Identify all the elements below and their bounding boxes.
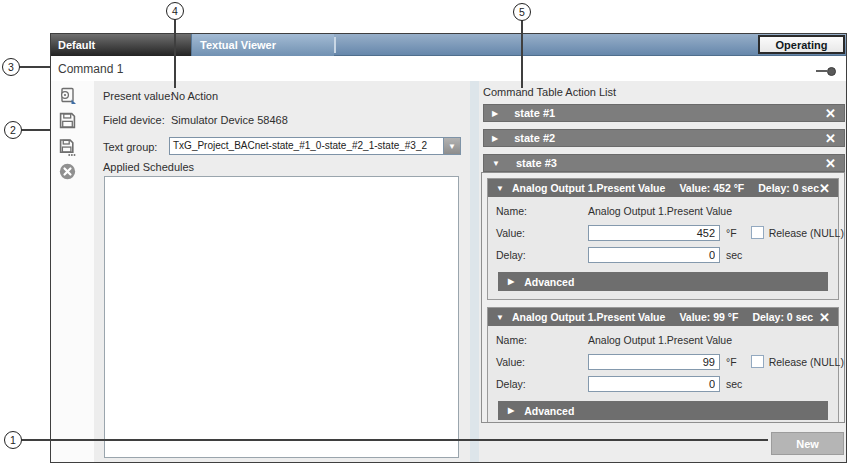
app-window: Default Textual Viewer Operating Command… — [50, 33, 847, 463]
dropdown-arrow-icon[interactable]: ▼ — [443, 138, 460, 154]
present-value: No Action — [171, 90, 218, 102]
delay-label: Delay: — [496, 249, 588, 261]
callout-4: 4 — [166, 2, 184, 20]
panel-divider — [470, 81, 479, 462]
action-header[interactable]: ▼ Analog Output 1.Present Value Value: 4… — [488, 179, 838, 197]
text-group-value: TxG_Project_BACnet-state_#1_0-state_#2_1… — [173, 140, 427, 151]
advanced-toggle[interactable]: ▶ Advanced — [498, 401, 828, 420]
state-3-container: ▼ Analog Output 1.Present Value Value: 4… — [481, 172, 845, 423]
delay-input[interactable] — [588, 376, 720, 392]
advanced-toggle[interactable]: ▶ Advanced — [498, 272, 828, 291]
pin-dot — [827, 67, 836, 76]
tab-textual-viewer[interactable]: Textual Viewer — [191, 34, 334, 56]
delay-row: Delay: sec — [496, 375, 830, 392]
value-label: Value: — [496, 227, 588, 239]
callout-4-line — [174, 19, 176, 88]
applied-schedules-label: Applied Schedules — [103, 161, 194, 173]
state-1-header[interactable]: ▶ state #1 ✕ — [483, 104, 845, 122]
value-unit: °F — [726, 356, 737, 368]
collapse-icon: ▼ — [496, 184, 504, 193]
expand-icon: ▶ — [492, 109, 498, 118]
close-icon[interactable]: ✕ — [819, 182, 830, 195]
command-header: Command 1 — [51, 56, 846, 81]
expand-icon: ▶ — [508, 277, 514, 286]
delay-label: Delay: — [496, 378, 588, 390]
release-label: Release (NULL) — [769, 356, 844, 368]
value-label: Value: — [496, 356, 588, 368]
tab-bar: Default Textual Viewer Operating — [51, 34, 846, 56]
value-input[interactable] — [588, 354, 720, 370]
delay-unit: sec — [726, 249, 742, 261]
release-checkbox[interactable] — [751, 226, 764, 239]
page-title: Command 1 — [58, 62, 123, 76]
field-device-label: Field device: — [103, 114, 165, 126]
release-checkbox[interactable] — [751, 355, 764, 368]
delay-row: Delay: sec — [496, 246, 830, 263]
value-unit: °F — [726, 227, 737, 239]
value-row: Value: °F Release (NULL) — [496, 224, 830, 241]
delete-icon[interactable] — [59, 163, 77, 181]
save-icon[interactable] — [59, 112, 77, 130]
callout-5: 5 — [513, 3, 531, 21]
callout-2-line — [21, 129, 50, 131]
action-header[interactable]: ▼ Analog Output 1.Present Value Value: 9… — [488, 308, 838, 326]
close-icon[interactable]: ✕ — [825, 157, 836, 170]
screenshot-canvas: Default Textual Viewer Operating Command… — [0, 0, 850, 468]
callout-1-line — [21, 439, 768, 441]
name-label: Name: — [496, 334, 588, 346]
state-3-label: state #3 — [516, 157, 557, 169]
name-row: Name: Analog Output 1.Present Value — [496, 331, 830, 348]
pin-icon[interactable] — [816, 67, 836, 76]
collapse-icon: ▼ — [492, 159, 500, 168]
field-device: Simulator Device 58468 — [171, 114, 288, 126]
expand-icon: ▶ — [492, 134, 498, 143]
callout-3-line — [19, 66, 50, 68]
action-panel: ▼ Analog Output 1.Present Value Value: 4… — [487, 178, 839, 300]
pin-line — [816, 70, 827, 72]
close-icon[interactable]: ✕ — [825, 132, 836, 145]
callout-1: 1 — [4, 431, 22, 449]
present-value-label: Present value: — [103, 90, 173, 102]
close-icon[interactable]: ✕ — [819, 311, 830, 324]
action-title: Analog Output 1.Present Value — [512, 311, 665, 323]
advanced-label: Advanced — [524, 405, 574, 417]
value-input[interactable] — [588, 225, 720, 241]
action-summary-delay: Delay: 0 sec — [758, 182, 819, 194]
operating-mode-button[interactable]: Operating — [758, 35, 845, 54]
action-summary-delay: Delay: 0 sec — [752, 311, 813, 323]
collapse-icon: ▼ — [496, 313, 504, 322]
text-group-label: Text group: — [103, 141, 157, 153]
state-3-header[interactable]: ▼ state #3 ✕ — [483, 154, 845, 172]
action-summary-value: Value: 99 °F — [679, 311, 738, 323]
action-summary-value: Value: 452 °F — [679, 182, 744, 194]
expand-icon: ▶ — [508, 406, 514, 415]
save-as-icon[interactable] — [59, 139, 77, 157]
delay-input[interactable] — [588, 247, 720, 263]
state-2-label: state #2 — [514, 132, 555, 144]
callout-2: 2 — [4, 121, 22, 139]
new-button[interactable]: New — [771, 432, 844, 455]
close-icon[interactable]: ✕ — [825, 107, 836, 120]
release-label: Release (NULL) — [769, 227, 844, 239]
callout-3: 3 — [2, 58, 20, 76]
action-name: Analog Output 1.Present Value — [588, 334, 732, 346]
content-area: Present value: No Action Field device: S… — [51, 81, 846, 462]
delay-unit: sec — [726, 378, 742, 390]
advanced-label: Advanced — [524, 276, 574, 288]
tab-separator — [334, 37, 336, 53]
action-name: Analog Output 1.Present Value — [588, 205, 732, 217]
execute-command-icon[interactable] — [59, 87, 77, 105]
name-label: Name: — [496, 205, 588, 217]
name-row: Name: Analog Output 1.Present Value — [496, 202, 830, 219]
text-group-select[interactable]: TxG_Project_BACnet-state_#1_0-state_#2_1… — [169, 137, 461, 155]
toolbar — [51, 81, 94, 462]
tab-default[interactable]: Default — [51, 34, 191, 56]
value-row: Value: °F Release (NULL) — [496, 353, 830, 370]
state-1-label: state #1 — [514, 107, 555, 119]
applied-schedules-list[interactable] — [104, 176, 459, 458]
state-2-header[interactable]: ▶ state #2 ✕ — [483, 129, 845, 147]
action-list-title: Command Table Action List — [483, 86, 616, 98]
action-title: Analog Output 1.Present Value — [512, 182, 665, 194]
callout-5-line — [521, 20, 523, 88]
action-panel: ▼ Analog Output 1.Present Value Value: 9… — [487, 307, 839, 423]
